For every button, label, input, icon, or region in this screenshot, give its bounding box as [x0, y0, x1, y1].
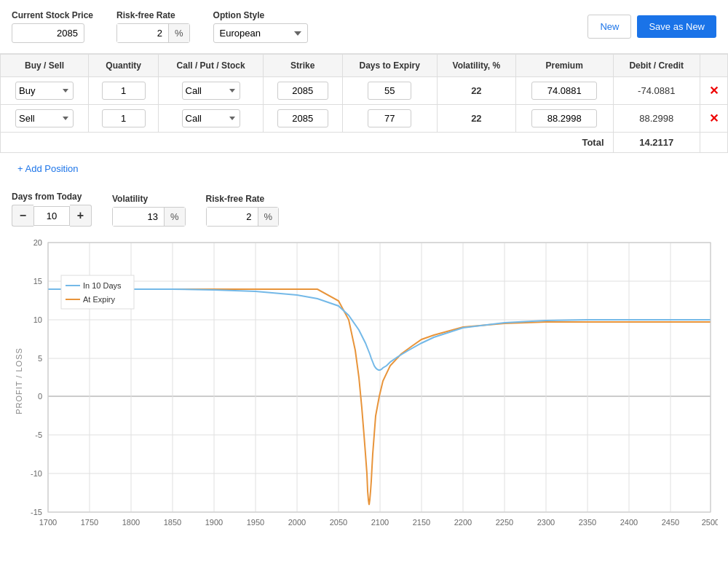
risk-free-unit: % [168, 24, 189, 42]
svg-text:1750: 1750 [81, 518, 98, 527]
sim-volatility-label: Volatility [112, 194, 186, 204]
days-value-input[interactable] [33, 206, 70, 226]
row1-vol-cell: 22 [437, 77, 515, 105]
days-increment-button[interactable]: + [70, 205, 92, 227]
col-premium: Premium [515, 55, 613, 77]
row2-days-input[interactable] [368, 109, 411, 127]
col-quantity: Quantity [89, 55, 159, 77]
buy-sell-cell: Buy Sell [1, 77, 89, 105]
sim-vol-input[interactable] [113, 208, 164, 226]
row1-call-put-select[interactable]: Call Put Stock [182, 82, 240, 100]
days-from-today-group: Days from Today − + [12, 192, 92, 227]
svg-text:-10: -10 [31, 469, 42, 478]
row1-strike-input[interactable] [277, 82, 328, 100]
svg-text:2200: 2200 [454, 518, 472, 527]
lower-section: Days from Today − + Volatility % Risk-fr… [0, 184, 728, 541]
days-decrement-button[interactable]: − [12, 205, 33, 227]
svg-rect-52 [61, 275, 134, 309]
row1-quantity-input[interactable] [102, 82, 146, 100]
row1-delete-cell: ✕ [700, 77, 728, 105]
col-buy-sell: Buy / Sell [1, 55, 89, 77]
col-days-expiry: Days to Expiry [342, 55, 437, 77]
table-row: Buy Sell Call Put Stock 22 [1, 77, 728, 105]
row2-debit-value: 88.2998 [639, 113, 673, 124]
svg-text:1800: 1800 [122, 518, 140, 527]
new-button[interactable]: New [587, 15, 631, 39]
total-value: 14.2117 [613, 133, 700, 153]
row1-call-put-cell: Call Put Stock [159, 77, 264, 105]
row2-buy-sell-cell: Buy Sell [1, 105, 89, 133]
stock-price-label: Current Stock Price [12, 10, 93, 20]
sim-controls: Days from Today − + Volatility % Risk-fr… [12, 192, 716, 227]
svg-text:10: 10 [33, 315, 42, 324]
svg-text:-15: -15 [31, 508, 42, 516]
row1-buy-sell-select[interactable]: Buy Sell [15, 82, 74, 100]
option-style-select[interactable]: European American [213, 23, 308, 43]
col-strike: Strike [263, 55, 342, 77]
svg-text:1700: 1700 [39, 518, 57, 527]
row1-delete-button[interactable]: ✕ [706, 84, 721, 98]
top-bar: Current Stock Price Risk-free Rate % Opt… [0, 0, 728, 54]
stock-price-input[interactable] [12, 23, 84, 43]
row2-vol-value: 22 [471, 113, 481, 124]
row2-delete-cell: ✕ [700, 105, 728, 133]
row1-premium-input[interactable] [531, 82, 597, 100]
risk-free-input-group: % [116, 23, 190, 43]
stock-price-group: Current Stock Price [12, 10, 93, 43]
row2-vol-cell: 22 [437, 105, 515, 133]
row1-debit-cell: -74.0881 [613, 77, 700, 105]
row1-strike-cell [263, 77, 342, 105]
col-actions [700, 55, 728, 77]
sim-rf-input[interactable] [207, 208, 258, 226]
risk-free-input[interactable] [117, 24, 168, 42]
sim-rf-unit: % [258, 208, 279, 226]
chart-container: 20 15 10 5 0 -5 -10 [12, 235, 716, 541]
svg-text:2450: 2450 [662, 518, 679, 527]
sim-rf-input-group: % [206, 207, 280, 227]
row2-call-put-cell: Call Put Stock [159, 105, 264, 133]
col-debit-credit: Debit / Credit [613, 55, 700, 77]
row2-strike-input[interactable] [277, 109, 328, 127]
svg-text:1950: 1950 [247, 518, 264, 527]
svg-rect-0 [48, 243, 711, 512]
top-bar-actions: New Save as New [587, 15, 716, 39]
row2-debit-cell: 88.2998 [613, 105, 700, 133]
row1-quantity-cell [89, 77, 159, 105]
days-label: Days from Today [12, 192, 92, 202]
row1-days-input[interactable] [368, 82, 411, 100]
row2-quantity-input[interactable] [102, 109, 146, 127]
positions-table: Buy / Sell Quantity Call / Put / Stock S… [0, 54, 728, 153]
svg-text:2000: 2000 [288, 518, 306, 527]
svg-text:20: 20 [33, 238, 42, 247]
days-input-row: − + [12, 205, 92, 227]
row1-debit-value: -74.0881 [638, 85, 675, 96]
save-as-new-button[interactable]: Save as New [637, 15, 716, 38]
svg-text:2250: 2250 [496, 518, 513, 527]
option-style-group: Option Style European American [213, 10, 308, 43]
sim-vol-input-group: % [112, 207, 186, 227]
row1-days-cell [342, 77, 437, 105]
svg-text:2150: 2150 [413, 518, 430, 527]
total-label: Total [1, 133, 614, 153]
row1-premium-cell [515, 77, 613, 105]
row2-delete-button[interactable]: ✕ [706, 111, 721, 125]
sim-vol-unit: % [164, 208, 185, 226]
row2-buy-sell-select[interactable]: Buy Sell [15, 109, 74, 127]
risk-free-label: Risk-free Rate [116, 10, 190, 20]
total-empty-cell [700, 133, 728, 153]
svg-text:5: 5 [38, 354, 42, 363]
svg-text:2300: 2300 [537, 518, 555, 527]
row2-premium-cell [515, 105, 613, 133]
svg-text:In 10 Days: In 10 Days [83, 281, 122, 290]
svg-text:-5: -5 [35, 430, 42, 439]
row2-premium-input[interactable] [531, 109, 597, 127]
row2-days-cell [342, 105, 437, 133]
col-call-put-stock: Call / Put / Stock [159, 55, 264, 77]
svg-text:2400: 2400 [620, 518, 638, 527]
svg-text:15: 15 [33, 277, 42, 286]
row2-call-put-select[interactable]: Call Put Stock [182, 109, 240, 127]
svg-text:2350: 2350 [579, 518, 596, 527]
svg-text:PROFIT / LOSS: PROFIT / LOSS [15, 347, 23, 414]
row1-vol-value: 22 [471, 85, 481, 96]
add-position-button[interactable]: + Add Position [6, 157, 90, 180]
